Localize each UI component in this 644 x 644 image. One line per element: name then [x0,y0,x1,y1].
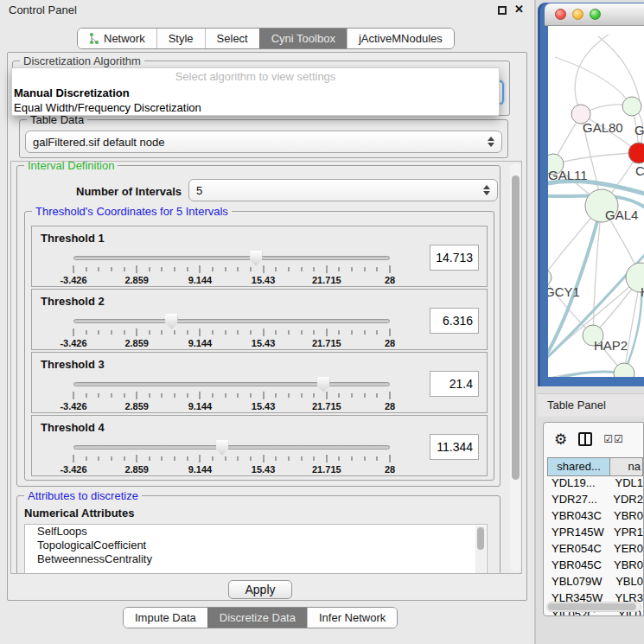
table-toolbar: ⚙ ☑☑ [544,423,643,456]
tab-cyni-toolbox[interactable]: Cyni Toolbox [259,29,347,48]
threshold-value-field[interactable]: 14.713 [430,245,479,271]
slider-handle[interactable] [165,314,178,329]
node-label: GAL4 [605,207,638,222]
node-label: GAL80 [583,120,623,135]
table-data-combobox[interactable]: galFiltered.sif default node [25,131,502,153]
network-edge[interactable] [575,35,609,114]
dropdown-option-equal-width[interactable]: Equal Width/Frequency Discretization [12,100,499,115]
table-horizontal-scrollbar[interactable] [546,602,641,612]
tick-mark [137,392,137,399]
threshold-slider[interactable]: -3.4262.8599.14415.4321.71528 [73,440,390,473]
number-of-intervals-combobox[interactable]: 5 [188,179,498,201]
column-header-shared-name[interactable]: shared... [547,457,610,476]
attribute-list-item[interactable]: SelfLoops [25,525,487,539]
table-row[interactable]: YPR145WYPR1 [547,526,643,542]
attribute-list-item[interactable]: TopologicalCoefficient [25,539,487,552]
threshold-panel: Threshold 2-3.4262.8599.14415.4321.71528… [31,289,488,350]
network-edge[interactable] [555,57,632,106]
tick-mark [124,330,124,335]
attributes-scrollbar[interactable] [475,526,486,573]
table-row[interactable]: YBL079WYBL0 [547,575,643,591]
select-columns-icon[interactable]: ☑☑ [603,433,624,445]
gear-icon[interactable]: ⚙ [554,432,567,447]
tab-select[interactable]: Select [205,29,259,48]
threshold-value-field[interactable]: 11.344 [430,434,479,460]
tick-label: 2.859 [124,275,149,285]
tab-label: Network [104,32,145,45]
network-canvas[interactable]: GAL80GACGAL11GAL4GCY1HHAP2 [548,26,644,377]
scrollbar-thumb[interactable] [548,603,636,610]
table-row[interactable]: YDL19...YDL1 [547,476,643,493]
threshold-slider[interactable]: -3.4262.8599.14415.4321.71528 [73,314,390,347]
tick-mark [175,393,175,398]
tick-mark [86,267,86,271]
tick-mark [99,393,99,398]
zoom-traffic-light-icon[interactable] [590,9,601,20]
slider-track[interactable] [73,319,390,323]
tick-label: 28 [385,338,395,348]
tick-mark [352,393,353,398]
minimize-traffic-light-icon[interactable] [572,9,583,20]
numerical-attributes-list[interactable]: SelfLoopsTopologicalCoefficientBetweenne… [24,524,488,573]
table-row[interactable]: YBR043CYBR0 [547,509,643,526]
close-icon[interactable]: ✕ [514,3,524,16]
float-window-icon[interactable] [498,6,507,15]
cell-name: YER0 [606,542,643,558]
network-node[interactable] [548,269,552,286]
split-columns-icon[interactable] [578,432,592,446]
tick-mark [187,456,188,461]
tick-mark [213,330,214,335]
algorithm-dropdown-popup: Select algorithm to view settings Manual… [11,67,500,116]
tab-jactivemnodules[interactable]: jActiveMNodules [347,29,454,48]
combo-stepper-icon[interactable] [483,185,490,195]
slider-track[interactable] [73,445,390,450]
slider-ticks [73,455,390,463]
apply-button[interactable]: Apply [228,580,292,599]
tick-mark [352,330,353,335]
column-header-name[interactable]: na [610,457,643,476]
tick-mark [99,330,99,335]
tab-impute-data[interactable]: Impute Data [124,608,207,628]
slider-handle[interactable] [317,377,330,392]
table-row[interactable]: YDR27...YDR2 [547,493,643,509]
bottom-tabstrip: Impute DataDiscretize DataInfer Network [123,607,398,628]
tick-mark [149,330,150,335]
attribute-list-item[interactable]: BetweennessCentrality [25,552,487,566]
slider-handle[interactable] [250,251,263,266]
network-edge[interactable] [553,153,639,164]
threshold-slider[interactable]: -3.4262.8599.14415.4321.71528 [73,251,390,284]
slider-track[interactable] [73,256,390,260]
tab-style[interactable]: Style [156,29,205,48]
threshold-panel: Threshold 4-3.4262.8599.14415.4321.71528… [31,415,488,476]
tick-mark [339,456,340,461]
tab-discretize-data[interactable]: Discretize Data [207,608,307,628]
panel-divider[interactable] [534,0,536,644]
dropdown-option-manual[interactable]: Manual Discretization [12,86,499,100]
combo-stepper-icon[interactable] [488,137,494,147]
threshold-slider[interactable]: -3.4262.8599.14415.4321.71528 [73,377,390,410]
tick-label: 9.144 [188,401,213,411]
network-node[interactable] [622,97,641,116]
slider-track[interactable] [73,382,390,386]
tab-infer-network[interactable]: Infer Network [307,608,397,628]
tick-mark [390,328,391,336]
threshold-value-field[interactable]: 6.316 [430,308,479,334]
table-row[interactable]: YER054CYER0 [547,542,643,558]
dropdown-prompt: Select algorithm to view settings [12,70,499,86]
threshold-value-field[interactable]: 21.4 [430,371,479,397]
network-window-titlebar[interactable] [545,3,644,26]
tick-mark [162,267,163,271]
slider-handle[interactable] [216,440,229,456]
tick-mark [288,456,289,461]
cell-shared-name: YBR045C [547,558,606,575]
numerical-attributes-label: Numerical Attributes [24,507,134,520]
close-traffic-light-icon[interactable] [555,9,566,20]
slider-tick-labels: -3.4262.8599.14415.4321.71528 [73,464,390,475]
table-row[interactable]: YBR045CYBR0 [547,558,643,575]
tick-mark [364,456,365,461]
tab-network[interactable]: Network [78,29,156,48]
tick-label: 9.144 [188,464,213,475]
tick-mark [200,392,201,399]
scrollbar-thumb[interactable] [512,175,520,480]
settings-vertical-scrollbar[interactable] [510,163,521,571]
